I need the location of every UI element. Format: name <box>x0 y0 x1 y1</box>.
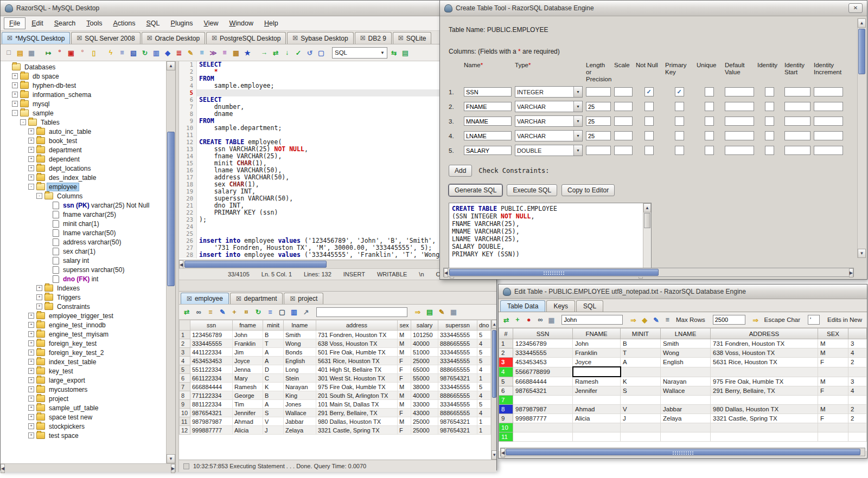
comment-icon[interactable]: ≫ <box>208 48 218 57</box>
tab-close-icon[interactable]: ☒ <box>187 295 192 302</box>
cell[interactable]: 33000 <box>411 400 438 409</box>
tree-item[interactable]: +dependent <box>1 154 166 164</box>
column-header[interactable]: sex <box>398 320 411 331</box>
cell[interactable] <box>513 432 573 442</box>
connection-tab[interactable]: ☒DB2 9 <box>355 32 392 44</box>
tree-toggle-icon[interactable]: + <box>28 313 34 319</box>
tree-toggle-icon[interactable]: + <box>28 432 34 438</box>
cell[interactable]: 291 Berry, Bellaire, TX <box>316 409 398 417</box>
identity-increment-input[interactable] <box>814 146 843 155</box>
cell[interactable]: K <box>263 383 284 391</box>
column-header[interactable] <box>848 328 867 339</box>
cell[interactable]: C <box>263 374 284 383</box>
tab-close-icon[interactable]: ☒ <box>147 35 152 42</box>
cell[interactable]: Smith <box>284 331 316 339</box>
length-input[interactable] <box>586 117 611 126</box>
cell[interactable]: F <box>818 386 848 396</box>
tree-item[interactable]: ssn (PK) varchar(25) Not Null <box>1 201 166 210</box>
cell[interactable] <box>848 432 867 442</box>
delete-row-icon[interactable]: ● <box>525 315 533 325</box>
scroll-down-icon[interactable]: ▼ <box>167 454 175 463</box>
scroll-right-icon[interactable]: ▶ <box>171 464 175 473</box>
table-row[interactable]: 9999887777AliciaJZelaya3321 Castle, Spri… <box>499 414 867 423</box>
column-header[interactable]: lname <box>284 320 316 331</box>
cell[interactable]: 38000 <box>411 383 438 391</box>
tree-horizontal-scrollbar[interactable]: ◀ ▶ <box>1 463 175 472</box>
cell[interactable]: 25000 <box>411 426 438 435</box>
cell[interactable]: Wong <box>284 339 316 348</box>
tree-toggle-icon[interactable]: + <box>12 73 18 79</box>
tab-close-icon[interactable]: ☒ <box>236 295 241 302</box>
unique-checkbox[interactable] <box>705 146 714 155</box>
save-file-icon[interactable]: ▦ <box>27 48 36 57</box>
column-header[interactable]: LNAME <box>661 328 711 339</box>
menu-item-sql[interactable]: SQL <box>142 18 165 29</box>
cell[interactable]: Jabbar <box>661 405 711 414</box>
column-type-select[interactable]: DOUBLE▼ <box>515 145 583 156</box>
cell[interactable]: Smith <box>661 339 711 348</box>
cell[interactable]: 25000 <box>411 417 438 426</box>
tree-item[interactable]: +mysql <box>1 99 166 108</box>
tree-toggle-icon[interactable]: + <box>28 368 34 374</box>
tree-item[interactable]: +des_index_table <box>1 173 166 182</box>
default-value-input[interactable] <box>725 131 754 140</box>
rollback-icon[interactable]: ° <box>78 48 87 57</box>
cell[interactable]: Ramesh <box>573 377 621 386</box>
tree-toggle-icon[interactable]: + <box>28 359 34 365</box>
tab-sql[interactable]: SQL <box>576 300 603 312</box>
table-row[interactable]: 5551122334JennaDLong401 High St, Bellair… <box>180 365 491 374</box>
cell[interactable]: V <box>621 405 661 414</box>
identity-checkbox[interactable] <box>765 131 774 140</box>
tree-toggle-icon[interactable]: + <box>36 285 42 291</box>
cell[interactable]: Ahmad <box>573 405 621 414</box>
unique-checkbox[interactable] <box>705 131 714 140</box>
indent-icon[interactable]: ≡ <box>197 48 207 57</box>
results-tab[interactable]: ☒employee <box>181 293 229 304</box>
cell[interactable] <box>711 423 818 432</box>
generate-sql-button[interactable]: Generate SQL <box>449 184 502 196</box>
menu-item-actions[interactable]: Actions <box>108 18 141 29</box>
table-row[interactable]: 10987654321JenniferSWallace291 Berry, Be… <box>180 409 491 417</box>
export-results-icon[interactable]: ↗ <box>301 307 311 317</box>
cell[interactable]: Alicia <box>233 426 263 435</box>
tree-scroll-thumb[interactable] <box>167 132 175 286</box>
edit-scroll-thumb[interactable] <box>506 449 860 455</box>
tree-item[interactable]: Databases <box>1 62 166 72</box>
cell[interactable]: 888665555 <box>438 365 477 374</box>
scroll-up-icon[interactable]: ▲ <box>492 320 496 329</box>
cell[interactable]: 2 <box>848 414 867 423</box>
cell[interactable] <box>818 423 848 432</box>
cell[interactable]: 5 <box>477 400 491 409</box>
edit-notepad-icon[interactable]: ✎ <box>437 307 446 317</box>
cell[interactable]: Narayan <box>661 377 711 386</box>
cell[interactable]: 5631 Rice, Houston TX <box>316 357 398 365</box>
cell[interactable]: Ramesh <box>233 383 263 391</box>
column-header[interactable]: dno <box>477 320 491 331</box>
tab-close-icon[interactable]: ☒ <box>212 35 217 42</box>
search-rows-icon[interactable]: ∞ <box>536 315 545 325</box>
not-null-checkbox[interactable]: ✓ <box>644 87 654 96</box>
results-tab[interactable]: ☒department <box>230 293 283 304</box>
tree-toggle-icon[interactable]: + <box>12 82 18 88</box>
tree-toggle-icon[interactable]: + <box>28 331 34 337</box>
validate-icon[interactable]: ✓ <box>293 48 303 57</box>
table-row[interactable]: 11 <box>499 432 867 442</box>
connect-icon[interactable]: ↦ <box>43 48 53 57</box>
cell[interactable]: 980 Dallas, Houston TX <box>711 405 818 414</box>
export-table-icon[interactable]: ▦ <box>449 307 458 317</box>
tree-toggle-icon[interactable]: - <box>28 184 34 190</box>
cell[interactable]: M <box>398 331 411 339</box>
cell[interactable]: 999887777 <box>190 426 233 435</box>
cell[interactable] <box>661 423 711 432</box>
cell[interactable] <box>573 432 621 442</box>
identity-increment-input[interactable] <box>814 131 843 140</box>
tree-item[interactable]: +foreign_key_test <box>1 339 166 348</box>
column-header[interactable]: # <box>499 328 513 339</box>
tree-item[interactable]: +department <box>1 145 166 154</box>
row-search-input[interactable] <box>561 315 623 325</box>
cell[interactable]: F <box>398 357 411 365</box>
cell[interactable]: 975 Fire Oak, Humble TX <box>316 383 398 391</box>
cell[interactable]: Zelaya <box>284 426 316 435</box>
primary-key-checkbox[interactable]: ✓ <box>675 87 684 96</box>
window-scroll-thumb-h[interactable] <box>449 269 659 276</box>
